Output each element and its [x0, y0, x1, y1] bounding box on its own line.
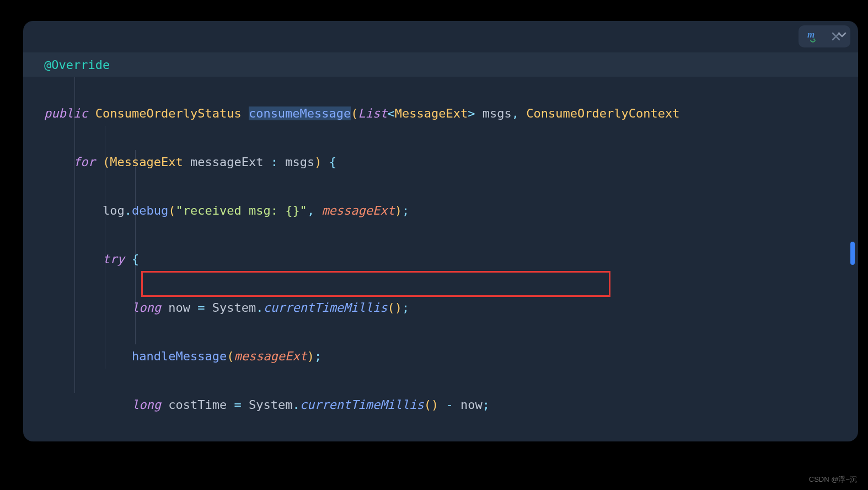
- chevron-down-icon[interactable]: [834, 26, 850, 43]
- code-line: for (MessageExt messageExt : msgs) {: [44, 150, 858, 174]
- scrollbar-thumb[interactable]: [850, 242, 855, 265]
- code-line: log.debug("received msg: {}", messageExt…: [44, 199, 858, 223]
- code-content[interactable]: @Override public ConsumeOrderlyStatus co…: [23, 21, 858, 441]
- code-line: @Override: [44, 53, 858, 77]
- code-line: long costTime = System.currentTimeMillis…: [44, 393, 858, 417]
- code-line: handleMessage(messageExt);: [44, 344, 858, 369]
- code-line: long now = System.currentTimeMillis();: [44, 296, 858, 320]
- maven-refresh-icon[interactable]: m: [806, 30, 819, 43]
- code-line: public ConsumeOrderlyStatus consumeMessa…: [44, 102, 858, 126]
- watermark-text: CSDN @浮~沉: [809, 475, 857, 484]
- svg-text:m: m: [807, 30, 815, 40]
- code-line: try {: [44, 247, 858, 271]
- code-editor-window: m @Override public ConsumeOrderlyStatus …: [23, 21, 858, 441]
